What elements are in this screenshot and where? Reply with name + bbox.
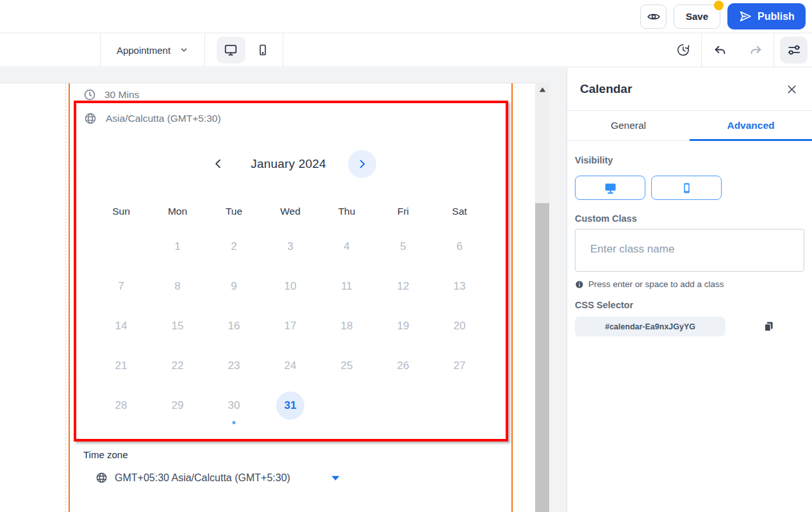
calendar-empty-cell	[319, 386, 375, 425]
panel-title: Calendar	[580, 82, 632, 96]
close-icon	[786, 83, 798, 95]
history-icon	[676, 43, 690, 57]
send-icon	[738, 10, 752, 23]
calendar-month-label: January 2024	[76, 150, 501, 178]
panel-body: Visibility	[567, 141, 812, 336]
calendar-date[interactable]: 16	[206, 306, 262, 346]
css-selector-row: #calendar-Ea9nxJGyYG	[575, 317, 803, 336]
top-bar: Save Publish	[0, 0, 812, 33]
sliders-icon	[787, 43, 801, 57]
custom-class-input[interactable]	[575, 229, 804, 272]
css-selector-label: CSS Selector	[575, 300, 803, 310]
calendar-date[interactable]: 7	[93, 267, 149, 306]
calendar-date[interactable]: 6	[431, 227, 488, 267]
calendar-date[interactable]: 19	[375, 306, 431, 346]
tab-advanced[interactable]: Advanced	[690, 111, 812, 140]
calendar-date[interactable]: 31	[262, 386, 319, 425]
calendar-date[interactable]: 20	[431, 306, 488, 346]
calendar-date[interactable]: 27	[431, 346, 488, 386]
calendar-grid: 1234567891011121314151617181920212223242…	[93, 227, 488, 425]
calendar-date[interactable]: 21	[93, 346, 149, 386]
visibility-desktop-button[interactable]	[575, 176, 645, 200]
weekday-label: Sat	[431, 196, 488, 227]
publish-button-label: Publish	[758, 11, 795, 22]
history-button[interactable]	[665, 33, 701, 67]
preview-button[interactable]	[640, 4, 667, 29]
mobile-view-button[interactable]	[254, 41, 272, 59]
device-toggle-group	[205, 33, 283, 67]
calendar-date[interactable]: 13	[431, 267, 488, 306]
scrollbar-thumb[interactable]	[535, 203, 549, 512]
calendar-date[interactable]: 1	[149, 227, 206, 267]
duration-label: 30 Mins	[104, 89, 139, 101]
chevron-right-icon	[356, 158, 368, 170]
settings-panel-toggle[interactable]	[780, 37, 808, 63]
calendar-date[interactable]: 12	[375, 267, 431, 306]
info-icon	[575, 280, 584, 289]
save-button[interactable]: Save	[674, 4, 720, 29]
redo-button[interactable]	[738, 33, 774, 67]
save-button-label: Save	[686, 11, 708, 22]
canvas-scrollbar[interactable]	[535, 83, 549, 512]
widget-timezone-row: Asia/Calcutta (GMT+5:30)	[84, 112, 221, 125]
globe-icon	[84, 112, 97, 125]
calendar-date[interactable]: 8	[149, 267, 206, 306]
calendar-date[interactable]: 24	[262, 346, 319, 386]
monitor-icon	[224, 43, 238, 57]
scroll-up-button[interactable]	[535, 83, 549, 97]
calendar-date[interactable]: 15	[149, 306, 206, 346]
calendar-date[interactable]: 29	[149, 386, 206, 425]
visibility-toggle-group	[575, 176, 803, 200]
editor-canvas: 30 Mins Asia/Calcutta (GMT+5:30)	[0, 68, 812, 512]
calendar-date[interactable]: 30	[206, 386, 262, 425]
calendar-date[interactable]: 11	[319, 267, 375, 306]
page-selector-dropdown[interactable]: Appointment	[101, 33, 205, 67]
undo-button[interactable]	[702, 33, 738, 67]
calendar-date[interactable]: 2	[206, 227, 262, 267]
calendar-date[interactable]: 17	[262, 306, 319, 346]
panel-close-button[interactable]	[786, 83, 798, 95]
settings-panel: Calendar General Advanced Visibility	[567, 68, 812, 512]
calendar-weekdays: SunMonTueWedThuFriSat	[93, 196, 488, 227]
calendar-empty-cell	[431, 386, 488, 425]
redo-icon	[749, 44, 763, 57]
calendar-date[interactable]: 25	[319, 346, 375, 386]
margin-guide-dashed	[65, 83, 66, 512]
timezone-section-label: Time zone	[83, 449, 128, 460]
calendar-date[interactable]: 10	[262, 267, 319, 306]
calendar-date[interactable]: 3	[262, 227, 319, 267]
calendar-date[interactable]: 9	[206, 267, 262, 306]
tab-general[interactable]: General	[567, 111, 690, 140]
calendar-empty-cell	[93, 227, 149, 267]
visibility-label: Visibility	[575, 155, 803, 165]
section-guide-right	[511, 83, 513, 512]
calendar-date[interactable]: 18	[319, 306, 375, 346]
calendar-widget-selection[interactable]: Asia/Calcutta (GMT+5:30) January 2024 Su…	[74, 101, 508, 442]
visibility-mobile-button[interactable]	[651, 176, 722, 200]
widget-timezone-label: Asia/Calcutta (GMT+5:30)	[106, 113, 221, 124]
page-canvas: 30 Mins Asia/Calcutta (GMT+5:30)	[0, 83, 535, 512]
calendar-month-header: January 2024	[76, 150, 501, 178]
undo-icon	[713, 44, 727, 57]
calendar-date[interactable]: 5	[375, 227, 431, 267]
custom-class-label: Custom Class	[575, 213, 803, 224]
weekday-label: Mon	[149, 196, 206, 227]
copy-icon	[763, 320, 775, 333]
timezone-select-value: GMT+05:30 Asia/Calcutta (GMT+5:30)	[115, 472, 290, 484]
weekday-label: Tue	[206, 196, 262, 227]
chevron-left-icon	[212, 158, 224, 170]
calendar-date[interactable]: 22	[149, 346, 206, 386]
calendar-date[interactable]: 26	[375, 346, 431, 386]
calendar-date[interactable]: 28	[93, 386, 149, 425]
page-selector-label: Appointment	[117, 45, 170, 56]
timezone-select[interactable]: GMT+05:30 Asia/Calcutta (GMT+5:30)	[95, 472, 340, 484]
desktop-view-button[interactable]	[217, 37, 245, 63]
copy-selector-button[interactable]	[763, 320, 775, 333]
prev-month-button[interactable]	[212, 158, 224, 170]
calendar-date[interactable]: 23	[206, 346, 262, 386]
calendar-date[interactable]: 4	[319, 227, 375, 267]
calendar-date[interactable]: 14	[93, 306, 149, 346]
smartphone-icon	[256, 44, 269, 56]
next-month-button[interactable]	[348, 150, 376, 178]
publish-button[interactable]: Publish	[727, 3, 806, 29]
